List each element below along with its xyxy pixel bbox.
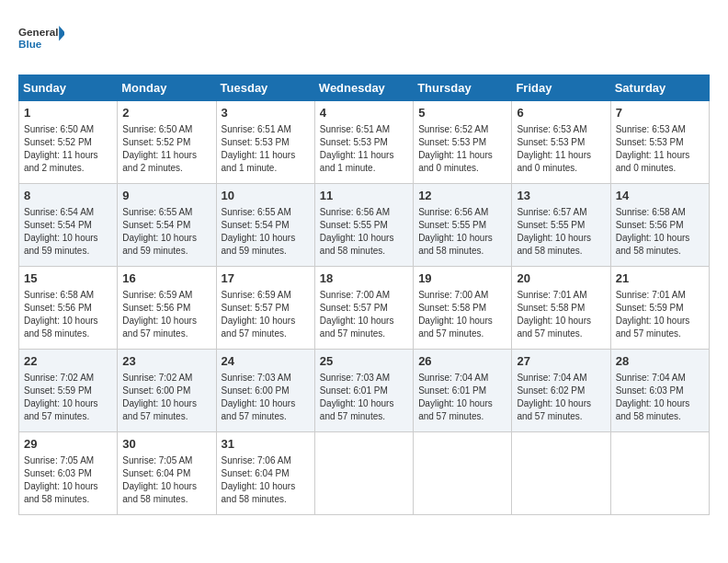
day-content: Sunrise: 6:51 AMSunset: 5:53 PMDaylight:… [222, 123, 310, 175]
day-number: 21 [616, 270, 704, 287]
logo: General Blue [18, 18, 64, 60]
day-number: 23 [122, 353, 210, 370]
day-content: Sunrise: 6:51 AMSunset: 5:53 PMDaylight:… [320, 123, 408, 175]
day-number: 26 [418, 353, 506, 370]
day-number: 10 [222, 188, 310, 204]
calendar-cell: 12Sunrise: 6:56 AMSunset: 5:55 PMDayligh… [414, 184, 512, 267]
day-number: 14 [616, 188, 704, 204]
day-content: Sunrise: 7:04 AMSunset: 6:03 PMDaylight:… [616, 372, 704, 423]
calendar-cell: 25Sunrise: 7:03 AMSunset: 6:01 PMDayligh… [314, 350, 413, 432]
day-content: Sunrise: 7:02 AMSunset: 5:59 PMDaylight:… [24, 372, 112, 423]
weekday-header-thursday: Thursday [414, 75, 512, 101]
day-number: 19 [418, 270, 506, 287]
day-content: Sunrise: 7:03 AMSunset: 6:00 PMDaylight:… [222, 372, 310, 423]
calendar-cell: 29Sunrise: 7:05 AMSunset: 6:03 PMDayligh… [19, 432, 118, 515]
day-number: 25 [320, 353, 408, 370]
day-number: 17 [222, 270, 310, 287]
day-number: 11 [320, 188, 408, 204]
day-content: Sunrise: 7:01 AMSunset: 5:58 PMDaylight:… [517, 289, 605, 340]
day-number: 8 [24, 188, 112, 204]
day-content: Sunrise: 6:53 AMSunset: 5:53 PMDaylight:… [517, 123, 605, 175]
day-number: 22 [24, 353, 112, 370]
calendar-cell: 14Sunrise: 6:58 AMSunset: 5:56 PMDayligh… [610, 184, 709, 267]
weekday-header-friday: Friday [512, 75, 610, 101]
weekday-header-wednesday: Wednesday [314, 75, 413, 101]
day-content: Sunrise: 6:58 AMSunset: 5:56 PMDaylight:… [616, 206, 704, 258]
day-content: Sunrise: 6:58 AMSunset: 5:56 PMDaylight:… [24, 289, 112, 340]
day-content: Sunrise: 7:05 AMSunset: 6:03 PMDaylight:… [24, 454, 112, 506]
day-number: 6 [517, 105, 605, 121]
weekday-header-tuesday: Tuesday [216, 75, 314, 101]
day-content: Sunrise: 6:57 AMSunset: 5:55 PMDaylight:… [517, 206, 605, 258]
day-content: Sunrise: 7:03 AMSunset: 6:01 PMDaylight:… [320, 372, 408, 423]
day-number: 13 [517, 188, 605, 204]
day-content: Sunrise: 7:00 AMSunset: 5:57 PMDaylight:… [320, 289, 408, 340]
day-number: 4 [320, 105, 408, 121]
calendar-cell: 13Sunrise: 6:57 AMSunset: 5:55 PMDayligh… [512, 184, 610, 267]
day-content: Sunrise: 6:56 AMSunset: 5:55 PMDaylight:… [418, 206, 506, 258]
calendar-cell: 2Sunrise: 6:50 AMSunset: 5:52 PMDaylight… [118, 101, 216, 184]
day-content: Sunrise: 6:55 AMSunset: 5:54 PMDaylight:… [122, 206, 210, 258]
calendar-cell [414, 432, 512, 515]
calendar-cell: 23Sunrise: 7:02 AMSunset: 6:00 PMDayligh… [118, 350, 216, 432]
calendar-cell: 11Sunrise: 6:56 AMSunset: 5:55 PMDayligh… [314, 184, 413, 267]
svg-text:Blue: Blue [18, 38, 42, 50]
day-content: Sunrise: 6:54 AMSunset: 5:54 PMDaylight:… [24, 206, 112, 258]
calendar-cell: 24Sunrise: 7:03 AMSunset: 6:00 PMDayligh… [216, 350, 314, 432]
day-content: Sunrise: 7:06 AMSunset: 6:04 PMDaylight:… [222, 454, 310, 506]
calendar-cell [610, 432, 709, 515]
day-content: Sunrise: 6:50 AMSunset: 5:52 PMDaylight:… [122, 123, 210, 175]
calendar-cell: 18Sunrise: 7:00 AMSunset: 5:57 PMDayligh… [314, 267, 413, 350]
calendar-cell: 8Sunrise: 6:54 AMSunset: 5:54 PMDaylight… [19, 184, 118, 267]
logo-svg: General Blue [18, 18, 64, 60]
day-number: 3 [222, 105, 310, 121]
calendar-cell: 15Sunrise: 6:58 AMSunset: 5:56 PMDayligh… [19, 267, 118, 350]
calendar-cell: 21Sunrise: 7:01 AMSunset: 5:59 PMDayligh… [610, 267, 709, 350]
calendar-cell: 7Sunrise: 6:53 AMSunset: 5:53 PMDaylight… [610, 101, 709, 184]
day-number: 12 [418, 188, 506, 204]
calendar-cell: 1Sunrise: 6:50 AMSunset: 5:52 PMDaylight… [19, 101, 118, 184]
day-content: Sunrise: 7:00 AMSunset: 5:58 PMDaylight:… [418, 289, 506, 340]
day-content: Sunrise: 6:59 AMSunset: 5:56 PMDaylight:… [122, 289, 210, 340]
calendar-cell: 9Sunrise: 6:55 AMSunset: 5:54 PMDaylight… [118, 184, 216, 267]
calendar-cell: 20Sunrise: 7:01 AMSunset: 5:58 PMDayligh… [512, 267, 610, 350]
day-number: 28 [616, 353, 704, 370]
calendar-cell: 5Sunrise: 6:52 AMSunset: 5:53 PMDaylight… [414, 101, 512, 184]
weekday-header-row: SundayMondayTuesdayWednesdayThursdayFrid… [19, 75, 710, 101]
day-number: 20 [517, 270, 605, 287]
weekday-header-saturday: Saturday [610, 75, 709, 101]
calendar-table: SundayMondayTuesdayWednesdayThursdayFrid… [18, 75, 710, 515]
day-number: 2 [122, 105, 210, 121]
day-number: 31 [222, 436, 310, 453]
day-number: 18 [320, 270, 408, 287]
calendar-cell: 16Sunrise: 6:59 AMSunset: 5:56 PMDayligh… [118, 267, 216, 350]
day-number: 9 [122, 188, 210, 204]
calendar-cell: 10Sunrise: 6:55 AMSunset: 5:54 PMDayligh… [216, 184, 314, 267]
svg-marker-2 [59, 26, 64, 41]
day-content: Sunrise: 6:50 AMSunset: 5:52 PMDaylight:… [24, 123, 112, 175]
svg-text:General: General [18, 26, 58, 38]
week-row-4: 22Sunrise: 7:02 AMSunset: 5:59 PMDayligh… [19, 350, 710, 432]
day-number: 29 [24, 436, 112, 453]
day-number: 27 [517, 353, 605, 370]
day-number: 5 [418, 105, 506, 121]
day-content: Sunrise: 6:53 AMSunset: 5:53 PMDaylight:… [616, 123, 704, 175]
day-number: 16 [122, 270, 210, 287]
day-content: Sunrise: 7:02 AMSunset: 6:00 PMDaylight:… [122, 372, 210, 423]
day-number: 30 [122, 436, 210, 453]
weekday-header-sunday: Sunday [19, 75, 118, 101]
day-number: 15 [24, 270, 112, 287]
calendar-cell: 6Sunrise: 6:53 AMSunset: 5:53 PMDaylight… [512, 101, 610, 184]
calendar-cell: 30Sunrise: 7:05 AMSunset: 6:04 PMDayligh… [118, 432, 216, 515]
calendar-cell [512, 432, 610, 515]
calendar-cell: 19Sunrise: 7:00 AMSunset: 5:58 PMDayligh… [414, 267, 512, 350]
week-row-5: 29Sunrise: 7:05 AMSunset: 6:03 PMDayligh… [19, 432, 710, 515]
week-row-3: 15Sunrise: 6:58 AMSunset: 5:56 PMDayligh… [19, 267, 710, 350]
day-number: 1 [24, 105, 112, 121]
calendar-cell: 4Sunrise: 6:51 AMSunset: 5:53 PMDaylight… [314, 101, 413, 184]
week-row-1: 1Sunrise: 6:50 AMSunset: 5:52 PMDaylight… [19, 101, 710, 184]
calendar-cell: 31Sunrise: 7:06 AMSunset: 6:04 PMDayligh… [216, 432, 314, 515]
calendar-cell: 3Sunrise: 6:51 AMSunset: 5:53 PMDaylight… [216, 101, 314, 184]
day-content: Sunrise: 7:04 AMSunset: 6:01 PMDaylight:… [418, 372, 506, 423]
week-row-2: 8Sunrise: 6:54 AMSunset: 5:54 PMDaylight… [19, 184, 710, 267]
